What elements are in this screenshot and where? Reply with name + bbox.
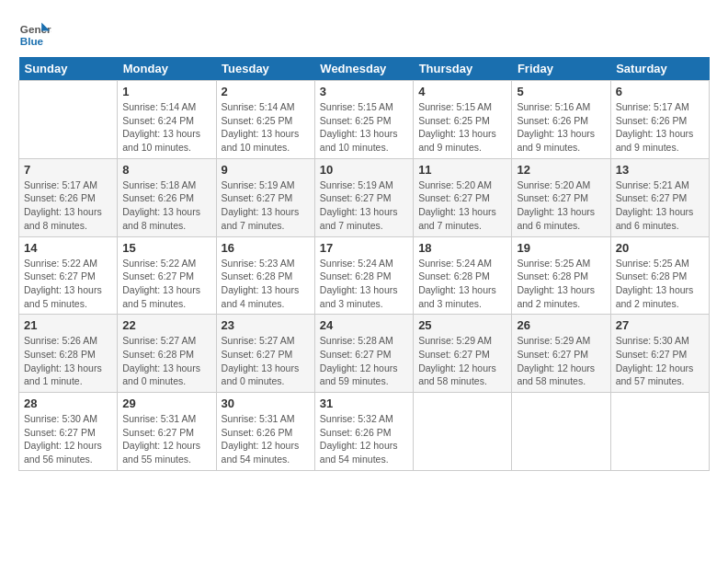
week-row-3: 14Sunrise: 5:22 AM Sunset: 6:27 PM Dayli…: [19, 236, 710, 315]
day-info: Sunrise: 5:22 AM Sunset: 6:27 PM Dayligh…: [24, 257, 112, 311]
day-info: Sunrise: 5:30 AM Sunset: 6:27 PM Dayligh…: [616, 334, 704, 388]
day-cell: 11Sunrise: 5:20 AM Sunset: 6:27 PM Dayli…: [414, 158, 512, 236]
week-row-1: 1Sunrise: 5:14 AM Sunset: 6:24 PM Daylig…: [19, 81, 710, 159]
day-number: 26: [517, 318, 605, 332]
day-info: Sunrise: 5:24 AM Sunset: 6:28 PM Dayligh…: [418, 257, 506, 311]
day-cell: 18Sunrise: 5:24 AM Sunset: 6:28 PM Dayli…: [414, 236, 512, 315]
day-number: 9: [222, 163, 310, 177]
day-info: Sunrise: 5:29 AM Sunset: 6:27 PM Dayligh…: [418, 334, 506, 388]
day-number: 17: [320, 241, 408, 255]
day-cell: 17Sunrise: 5:24 AM Sunset: 6:28 PM Dayli…: [314, 236, 413, 315]
weekday-header-thursday: Thursday: [414, 57, 512, 81]
weekday-header-friday: Friday: [512, 57, 610, 81]
day-number: 11: [418, 163, 506, 177]
day-cell: 22Sunrise: 5:27 AM Sunset: 6:28 PM Dayli…: [118, 315, 216, 393]
day-number: 3: [320, 85, 408, 98]
day-cell: 6Sunrise: 5:17 AM Sunset: 6:26 PM Daylig…: [610, 81, 709, 159]
logo: General Blue: [18, 18, 51, 52]
day-number: 12: [517, 163, 605, 177]
weekday-header-monday: Monday: [118, 57, 216, 81]
weekday-header-tuesday: Tuesday: [216, 57, 314, 81]
day-number: 5: [517, 85, 605, 98]
day-number: 20: [616, 241, 704, 255]
day-number: 4: [418, 85, 506, 98]
day-cell: 1Sunrise: 5:14 AM Sunset: 6:24 PM Daylig…: [118, 81, 216, 159]
day-info: Sunrise: 5:25 AM Sunset: 6:28 PM Dayligh…: [616, 257, 704, 311]
day-number: 19: [517, 241, 605, 255]
day-info: Sunrise: 5:15 AM Sunset: 6:25 PM Dayligh…: [418, 100, 506, 155]
day-cell: 19Sunrise: 5:25 AM Sunset: 6:28 PM Dayli…: [512, 236, 610, 315]
day-info: Sunrise: 5:19 AM Sunset: 6:27 PM Dayligh…: [222, 178, 310, 233]
day-info: Sunrise: 5:26 AM Sunset: 6:28 PM Dayligh…: [24, 334, 112, 388]
day-number: 16: [222, 241, 310, 255]
day-cell: 27Sunrise: 5:30 AM Sunset: 6:27 PM Dayli…: [610, 315, 709, 393]
weekday-header-sunday: Sunday: [19, 57, 118, 81]
day-info: Sunrise: 5:28 AM Sunset: 6:27 PM Dayligh…: [320, 334, 408, 388]
day-number: 13: [616, 163, 704, 177]
day-number: 27: [616, 318, 704, 332]
header: General Blue: [18, 18, 710, 52]
day-info: Sunrise: 5:27 AM Sunset: 6:28 PM Dayligh…: [122, 334, 210, 388]
day-cell: 3Sunrise: 5:15 AM Sunset: 6:25 PM Daylig…: [314, 81, 413, 159]
day-cell: 21Sunrise: 5:26 AM Sunset: 6:28 PM Dayli…: [19, 315, 118, 393]
day-cell: 24Sunrise: 5:28 AM Sunset: 6:27 PM Dayli…: [314, 315, 413, 393]
day-cell: [414, 393, 512, 471]
day-cell: 12Sunrise: 5:20 AM Sunset: 6:27 PM Dayli…: [512, 158, 610, 236]
day-cell: 31Sunrise: 5:32 AM Sunset: 6:26 PM Dayli…: [314, 393, 413, 471]
day-number: 6: [616, 85, 704, 98]
day-number: 21: [24, 318, 112, 332]
day-info: Sunrise: 5:17 AM Sunset: 6:26 PM Dayligh…: [616, 100, 704, 155]
week-row-4: 21Sunrise: 5:26 AM Sunset: 6:28 PM Dayli…: [19, 315, 710, 393]
day-cell: 8Sunrise: 5:18 AM Sunset: 6:26 PM Daylig…: [118, 158, 216, 236]
day-number: 14: [24, 241, 112, 255]
day-cell: 23Sunrise: 5:27 AM Sunset: 6:27 PM Dayli…: [216, 315, 314, 393]
day-info: Sunrise: 5:15 AM Sunset: 6:25 PM Dayligh…: [320, 100, 408, 155]
day-cell: [610, 393, 709, 471]
day-info: Sunrise: 5:20 AM Sunset: 6:27 PM Dayligh…: [517, 178, 605, 233]
day-info: Sunrise: 5:14 AM Sunset: 6:24 PM Dayligh…: [122, 100, 210, 155]
day-info: Sunrise: 5:31 AM Sunset: 6:27 PM Dayligh…: [122, 412, 210, 466]
day-info: Sunrise: 5:24 AM Sunset: 6:28 PM Dayligh…: [320, 257, 408, 311]
day-cell: 2Sunrise: 5:14 AM Sunset: 6:25 PM Daylig…: [216, 81, 314, 159]
day-info: Sunrise: 5:14 AM Sunset: 6:25 PM Dayligh…: [222, 100, 310, 155]
day-cell: 28Sunrise: 5:30 AM Sunset: 6:27 PM Dayli…: [19, 393, 118, 471]
day-info: Sunrise: 5:32 AM Sunset: 6:26 PM Dayligh…: [320, 412, 408, 466]
day-cell: 5Sunrise: 5:16 AM Sunset: 6:26 PM Daylig…: [512, 81, 610, 159]
day-number: 23: [222, 318, 310, 332]
day-info: Sunrise: 5:16 AM Sunset: 6:26 PM Dayligh…: [517, 100, 605, 155]
day-number: 15: [122, 241, 210, 255]
day-cell: 14Sunrise: 5:22 AM Sunset: 6:27 PM Dayli…: [19, 236, 118, 315]
weekday-header-wednesday: Wednesday: [314, 57, 413, 81]
weekday-header-row: SundayMondayTuesdayWednesdayThursdayFrid…: [19, 57, 710, 81]
day-info: Sunrise: 5:18 AM Sunset: 6:26 PM Dayligh…: [122, 178, 210, 233]
day-info: Sunrise: 5:21 AM Sunset: 6:27 PM Dayligh…: [616, 178, 704, 233]
day-number: 28: [24, 396, 112, 410]
day-number: 25: [418, 318, 506, 332]
day-number: 22: [122, 318, 210, 332]
day-info: Sunrise: 5:22 AM Sunset: 6:27 PM Dayligh…: [122, 257, 210, 311]
day-number: 1: [122, 85, 210, 98]
day-number: 30: [222, 396, 310, 410]
day-info: Sunrise: 5:20 AM Sunset: 6:27 PM Dayligh…: [418, 178, 506, 233]
day-cell: 15Sunrise: 5:22 AM Sunset: 6:27 PM Dayli…: [118, 236, 216, 315]
logo-icon: General Blue: [18, 18, 51, 52]
day-cell: 25Sunrise: 5:29 AM Sunset: 6:27 PM Dayli…: [414, 315, 512, 393]
week-row-2: 7Sunrise: 5:17 AM Sunset: 6:26 PM Daylig…: [19, 158, 710, 236]
day-info: Sunrise: 5:25 AM Sunset: 6:28 PM Dayligh…: [517, 257, 605, 311]
day-number: 31: [320, 396, 408, 410]
weekday-header-saturday: Saturday: [610, 57, 709, 81]
day-cell: 26Sunrise: 5:29 AM Sunset: 6:27 PM Dayli…: [512, 315, 610, 393]
day-info: Sunrise: 5:29 AM Sunset: 6:27 PM Dayligh…: [517, 334, 605, 388]
calendar-table: SundayMondayTuesdayWednesdayThursdayFrid…: [18, 57, 710, 471]
day-cell: 13Sunrise: 5:21 AM Sunset: 6:27 PM Dayli…: [610, 158, 709, 236]
day-info: Sunrise: 5:23 AM Sunset: 6:28 PM Dayligh…: [222, 257, 310, 311]
day-cell: 20Sunrise: 5:25 AM Sunset: 6:28 PM Dayli…: [610, 236, 709, 315]
day-cell: [19, 81, 118, 159]
day-info: Sunrise: 5:31 AM Sunset: 6:26 PM Dayligh…: [222, 412, 310, 466]
day-number: 7: [24, 163, 112, 177]
day-number: 10: [320, 163, 408, 177]
week-row-5: 28Sunrise: 5:30 AM Sunset: 6:27 PM Dayli…: [19, 393, 710, 471]
day-info: Sunrise: 5:19 AM Sunset: 6:27 PM Dayligh…: [320, 178, 408, 233]
day-number: 29: [122, 396, 210, 410]
day-info: Sunrise: 5:30 AM Sunset: 6:27 PM Dayligh…: [24, 412, 112, 466]
